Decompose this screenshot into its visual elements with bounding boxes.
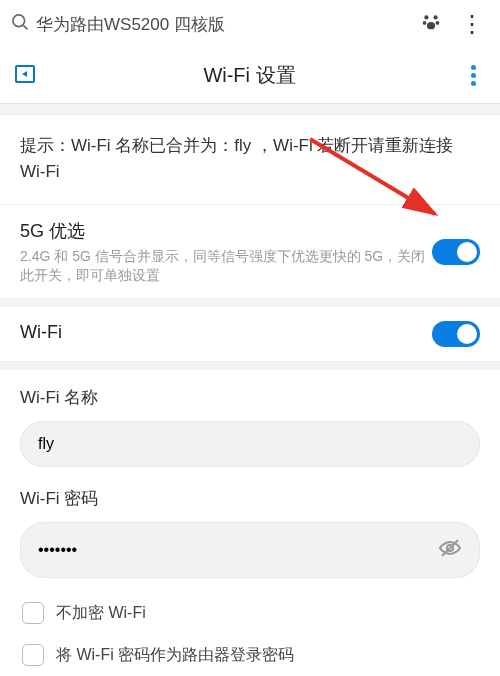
app-header: Wi-Fi 设置 bbox=[0, 48, 500, 104]
search-text: 华为路由WS5200 四核版 bbox=[36, 13, 408, 36]
browser-menu-icon[interactable]: ⋮ bbox=[454, 12, 490, 36]
toggle-5g-pref[interactable] bbox=[432, 239, 480, 265]
checkbox-label: 不加密 Wi-Fi bbox=[56, 603, 146, 624]
wifi-name-label: Wi-Fi 名称 bbox=[20, 386, 480, 409]
row-title: Wi-Fi bbox=[20, 322, 432, 343]
wifi-name-input[interactable] bbox=[20, 421, 480, 467]
baidu-paw-icon[interactable] bbox=[420, 11, 442, 38]
checkbox-label: 将 Wi-Fi 密码作为路由器登录密码 bbox=[56, 645, 294, 666]
svg-line-1 bbox=[23, 25, 27, 29]
checkbox-row-noenc[interactable]: 不加密 Wi-Fi bbox=[20, 592, 480, 634]
row-wifi: Wi-Fi bbox=[0, 307, 500, 362]
wifi-pw-input[interactable] bbox=[20, 522, 480, 578]
svg-point-5 bbox=[436, 21, 440, 25]
browser-searchbar[interactable]: 华为路由WS5200 四核版 ⋮ bbox=[0, 0, 500, 48]
checkbox-icon bbox=[22, 644, 44, 666]
wifi-form: Wi-Fi 名称 Wi-Fi 密码 不加密 Wi-Fi 将 Wi-Fi 密码作为… bbox=[0, 370, 500, 676]
eye-off-icon[interactable] bbox=[438, 536, 462, 564]
wifi-name-field[interactable] bbox=[38, 435, 462, 453]
more-menu-icon[interactable] bbox=[461, 61, 486, 90]
search-icon bbox=[10, 12, 30, 37]
toggle-wifi[interactable] bbox=[432, 321, 480, 347]
wifi-pw-label: Wi-Fi 密码 bbox=[20, 487, 480, 510]
svg-point-0 bbox=[13, 14, 25, 26]
row-5g-pref: 5G 优选 2.4G 和 5G 信号合并显示，同等信号强度下优选更快的 5G，关… bbox=[0, 205, 500, 300]
checkbox-row-aslogin[interactable]: 将 Wi-Fi 密码作为路由器登录密码 bbox=[20, 634, 480, 676]
svg-point-3 bbox=[433, 15, 437, 19]
back-icon[interactable] bbox=[14, 63, 38, 89]
svg-point-2 bbox=[424, 15, 428, 19]
row-title: 5G 优选 bbox=[20, 219, 432, 243]
svg-point-4 bbox=[423, 21, 427, 25]
tip-banner: 提示：Wi-Fi 名称已合并为：fly ，Wi-Fi 若断开请重新连接 Wi-F… bbox=[0, 114, 500, 205]
svg-point-6 bbox=[427, 22, 435, 29]
page-title: Wi-Fi 设置 bbox=[38, 62, 461, 89]
wifi-pw-field[interactable] bbox=[38, 541, 438, 559]
row-desc: 2.4G 和 5G 信号合并显示，同等信号强度下优选更快的 5G，关闭此开关，即… bbox=[20, 247, 432, 285]
checkbox-icon bbox=[22, 602, 44, 624]
